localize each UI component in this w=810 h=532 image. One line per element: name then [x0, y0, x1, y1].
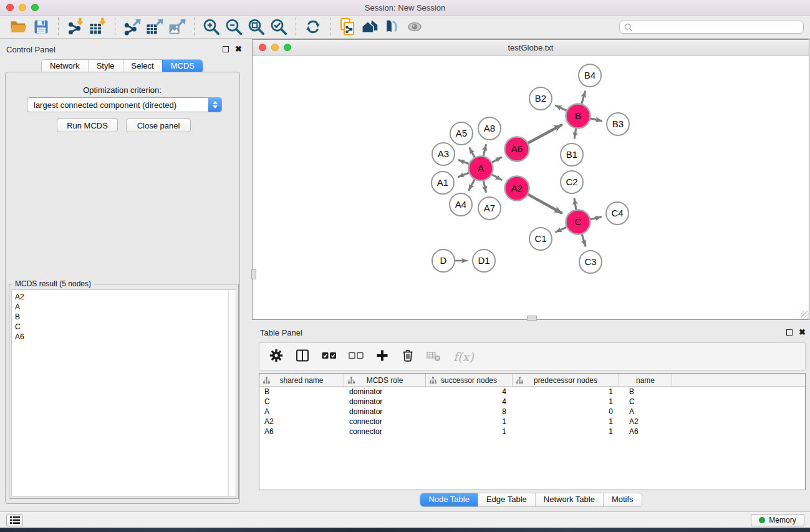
graph-edge-A-A2[interactable]	[492, 175, 501, 180]
graph-edge-B-B4[interactable]	[582, 92, 586, 104]
float-panel-icon[interactable]	[223, 46, 229, 52]
column-header-MCDS-role[interactable]: MCDS role	[344, 374, 426, 387]
table-row[interactable]: Adominator80A	[259, 407, 805, 417]
zoom-in-icon[interactable]	[200, 17, 223, 37]
mcds-result-item[interactable]: A6	[12, 332, 236, 342]
select-stepper-icon	[208, 98, 221, 112]
settings-gear-icon[interactable]	[269, 349, 283, 365]
mcds-result-list[interactable]: A2ABCA6	[11, 289, 236, 496]
desktop-background	[0, 528, 810, 532]
table-cell: 1	[426, 427, 513, 437]
graph-edge-A-A7[interactable]	[483, 181, 486, 192]
graph-edge-A6-B[interactable]	[528, 125, 561, 143]
close-panel-button[interactable]: Close panel	[126, 118, 191, 132]
open-session-icon[interactable]	[7, 17, 30, 37]
column-header-successor-nodes[interactable]: successor nodes	[426, 374, 513, 387]
export-image-icon[interactable]	[166, 17, 188, 37]
float-panel-icon[interactable]	[786, 329, 793, 336]
graph-edge-A-A5[interactable]	[470, 148, 475, 158]
graph-edge-A-A6[interactable]	[492, 157, 501, 162]
mcds-result-groupbox: MCDS result (5 nodes) A2ABCA6	[9, 284, 239, 499]
graph-node-label: A7	[484, 203, 495, 213]
tab-network-table[interactable]: Network Table	[535, 493, 603, 506]
table-row[interactable]: Bdominator41B	[259, 387, 805, 397]
graph-edge-C-C4[interactable]	[591, 217, 601, 220]
toolbar-separator	[296, 17, 296, 36]
graph-edge-C-C2[interactable]	[574, 199, 576, 210]
list-scrollbar[interactable]	[228, 290, 236, 496]
run-mcds-button[interactable]: Run MCDS	[57, 118, 118, 132]
graph-edge-B-B2[interactable]	[556, 105, 567, 110]
table-cell: A6	[259, 427, 344, 437]
zoom-out-icon[interactable]	[223, 17, 245, 37]
tab-network[interactable]: Network	[42, 60, 88, 73]
table-cell: 4	[426, 397, 513, 407]
tab-motifs[interactable]: Motifs	[603, 493, 642, 506]
clone-network-icon[interactable]	[336, 17, 359, 37]
zoom-selected-icon[interactable]	[268, 17, 290, 37]
import-table-icon[interactable]	[87, 17, 109, 37]
mcds-result-item[interactable]: A2	[12, 292, 236, 302]
search-field[interactable]	[619, 21, 804, 34]
select-all-checkboxes-icon[interactable]	[322, 351, 337, 362]
column-header-name[interactable]: name	[619, 374, 672, 387]
graph-edge-A2-C[interactable]	[528, 195, 561, 213]
table-cell: 1	[513, 427, 619, 437]
mcds-result-item[interactable]: B	[12, 312, 236, 322]
import-network-icon[interactable]	[64, 17, 87, 37]
vertical-splitter-handle[interactable]	[251, 269, 256, 279]
graph-edge-C-C3[interactable]	[582, 235, 586, 246]
search-input[interactable]	[633, 22, 799, 31]
close-panel-icon[interactable]: ✖	[235, 46, 242, 52]
memory-button[interactable]: Memory	[751, 514, 804, 526]
table-panel-title: Table Panel	[260, 328, 302, 337]
graph-node-label: A6	[511, 143, 523, 154]
export-network-icon[interactable]	[121, 17, 143, 37]
home-icon[interactable]	[359, 17, 381, 37]
toolbar-separator	[115, 17, 115, 36]
optimization-criterion-select[interactable]: largest connected component (directed)	[27, 97, 222, 112]
horizontal-splitter-handle[interactable]	[527, 316, 537, 321]
graph-edge-A-A8[interactable]	[483, 145, 486, 156]
close-panel-icon[interactable]: ✖	[799, 329, 806, 336]
node-table[interactable]: shared nameMCDS rolesuccessor nodesprede…	[259, 373, 806, 490]
network-canvas[interactable]: B4B2BB3A8A5A6A3B1AA1C2A2A4A7C4CC1C3DD1	[253, 56, 809, 319]
table-cell: 8	[426, 407, 513, 417]
zoom-fit-icon[interactable]	[245, 17, 268, 37]
save-session-icon[interactable]	[30, 17, 52, 37]
attribute-type-icon	[516, 377, 523, 384]
graph-node-label: B4	[584, 70, 595, 80]
graph-edge-A-A1[interactable]	[458, 173, 469, 177]
add-column-icon[interactable]	[375, 349, 389, 365]
show-column-icon[interactable]	[295, 348, 310, 365]
graph-node-label: B	[575, 110, 581, 121]
mcds-result-item[interactable]: A	[12, 302, 236, 312]
tab-select[interactable]: Select	[123, 60, 162, 73]
tab-style[interactable]: Style	[88, 60, 123, 73]
table-row[interactable]: A2connector11A2	[259, 417, 805, 427]
table-cell: dominator	[344, 407, 426, 417]
unselect-all-checkboxes-icon[interactable]	[349, 351, 364, 362]
window-resize-grip[interactable]	[801, 311, 809, 319]
graph-edge-A-A3[interactable]	[459, 160, 469, 164]
table-row[interactable]: Cdominator41C	[259, 397, 805, 407]
tab-mcds[interactable]: MCDS	[162, 60, 203, 73]
delete-column-icon[interactable]	[401, 349, 415, 365]
table-cell: 4	[426, 387, 513, 397]
table-row[interactable]: A6connector11A6	[259, 427, 805, 437]
graph-edge-C-C1[interactable]	[556, 227, 567, 232]
mcds-result-item[interactable]: C	[12, 322, 236, 332]
graph-edge-B-B1[interactable]	[574, 128, 576, 138]
graph-edge-B-B3[interactable]	[591, 118, 601, 121]
table-cell: 0	[513, 407, 619, 417]
column-header-predecessor-nodes[interactable]: predecessor nodes	[513, 374, 619, 387]
graph-edge-A-A4[interactable]	[469, 180, 475, 190]
network-window-titlebar[interactable]: testGlobe.txt	[253, 40, 809, 56]
tab-edge-table[interactable]: Edge Table	[478, 493, 535, 506]
refresh-icon[interactable]	[302, 17, 324, 37]
export-table-icon[interactable]	[143, 17, 166, 37]
hide-panels-icon[interactable]	[381, 17, 403, 37]
show-tasks-button[interactable]	[6, 514, 23, 526]
column-header-shared-name[interactable]: shared name	[259, 374, 344, 387]
tab-node-table[interactable]: Node Table	[420, 493, 478, 506]
